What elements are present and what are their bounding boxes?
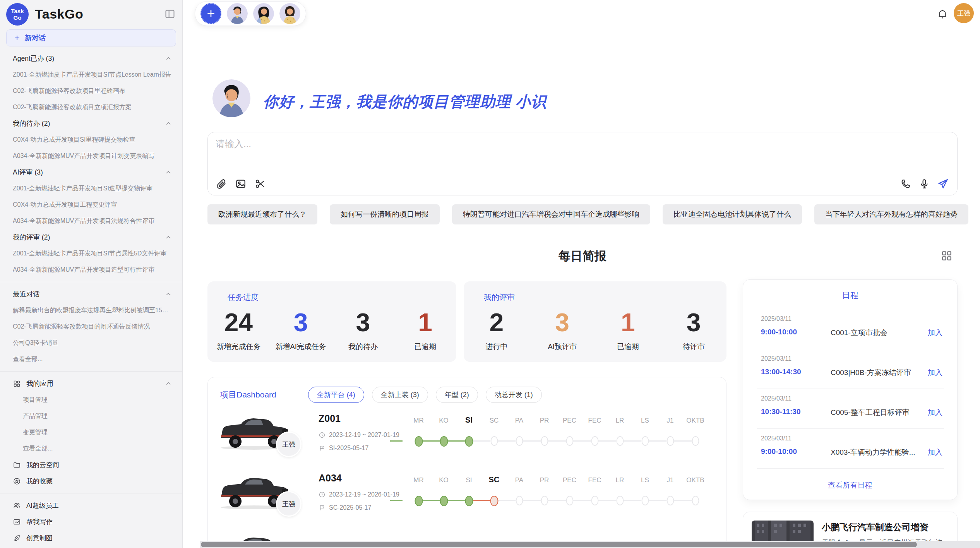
sidebar-item[interactable]: 查看全部... [0, 440, 182, 457]
section-header[interactable]: Agent已办 (3) [0, 50, 182, 67]
sidebar-item[interactable]: A034-全新新能源MUV产品开发项目法规符合性评审 [0, 213, 182, 229]
sidebar-item-label: 公司Q3轻卡销量 [13, 335, 172, 351]
schedule-events: 2025/03/119:00-10:00C001-立项审批会加入2025/03/… [757, 309, 944, 469]
divider [0, 371, 182, 372]
sidebar-item[interactable]: C0X4-动力总成开发项目工程变更评审 [0, 197, 182, 213]
new-chat-label: 新对话 [25, 33, 46, 43]
member-avatar[interactable] [227, 3, 248, 24]
project-row[interactable]: 王强A0342023-12-19 ~ 2026-01-19SC-2025-05-… [208, 468, 726, 527]
filter-chip[interactable]: 全新上装 (3) [372, 387, 428, 403]
notification-bell-icon[interactable] [937, 8, 948, 20]
sidebar-item-label: A034-全新新能源MUV产品开发项目造型可行性评审 [13, 262, 172, 278]
sidebar-item[interactable]: Z001-全新燃油皮卡产品开发项目SI节点Lesson Learn报告 [0, 67, 182, 83]
message-input[interactable] [216, 138, 947, 173]
briefing-grid-icon[interactable] [941, 250, 953, 262]
milestone-label: LR [607, 476, 632, 484]
milestone-segment [498, 440, 516, 442]
sidebar-item-folder[interactable]: 我的云空间 [0, 457, 182, 473]
sidebar-item[interactable]: Z001-全新燃油轻卡产品开发项目SI造型提交物评审 [0, 180, 182, 197]
project-row[interactable]: 王强Z0012023-12-19 ~ 2027-01-19SI-2025-05-… [208, 408, 726, 468]
composer [207, 132, 958, 195]
sidebar-item-label: 解释最新出台的欧盟报废车法规再生塑料比例被调至15%... [13, 302, 172, 319]
schedule-event: 2025/03/1110:30-11:30C005-整车工程目标评审加入 [757, 389, 944, 429]
sidebar-tool-photo[interactable]: 帮我写作 [0, 514, 182, 530]
user-avatar[interactable]: 王强 [954, 3, 974, 23]
milestone-sc: SC [481, 475, 507, 521]
milestone-segment [548, 440, 566, 442]
sidebar-item[interactable]: 变更管理 [0, 424, 182, 440]
suggestion-chip[interactable]: 如何写一份清晰的项目周报 [330, 204, 440, 224]
stat-label: 进行中 [485, 342, 507, 352]
milestone-segment [523, 500, 541, 501]
session-pill [195, 1, 306, 26]
owner-name: 王强 [282, 500, 295, 509]
milestone-si: SI [456, 415, 481, 462]
section-header[interactable]: AI评审 (3) [0, 164, 182, 180]
milestone-label: LS [632, 476, 658, 484]
sidebar-item[interactable]: A034-全新新能源MUV产品开发项目计划变更表编写 [0, 148, 182, 164]
sidebar-item[interactable]: C0X4-动力总成开发项目SI里程碑提交物检查 [0, 132, 182, 148]
sidebar-header: Task Go TaskGo [0, 0, 182, 26]
suggestion-chip[interactable]: 比亚迪全固态电池计划具体说了什么 [663, 204, 802, 224]
sidebar-item[interactable]: C02-飞腾新能源轻客改款项目立项汇报方案 [0, 99, 182, 115]
suggestion-chip[interactable]: 当下年轻人对汽车外观有怎样的喜好趋势 [814, 204, 968, 224]
project-dashboard-card: 项目Dashboard 全新平台 (4)全新上装 (3)年型 (2)动总开发 (… [207, 377, 726, 548]
stat-value: 1 [418, 308, 432, 336]
sidebar-tool-users[interactable]: AI超级员工 [0, 497, 182, 514]
section-header[interactable]: 我的评审 (2) [0, 229, 182, 245]
sidebar-item[interactable]: A034-全新新能源MUV产品开发项目造型可行性评审 [0, 262, 182, 278]
event-time: 13:00-14:30 [761, 368, 801, 376]
sidebar-item-star[interactable]: 我的收藏 [0, 473, 182, 489]
plus-icon [14, 34, 21, 41]
join-link[interactable]: 加入 [928, 408, 942, 418]
milestone-label: SC [481, 417, 507, 425]
sidebar-item[interactable]: 产品管理 [0, 408, 182, 424]
section-header[interactable]: 最近对话 [0, 286, 182, 302]
new-session-plus-button[interactable] [200, 3, 221, 24]
milestone-label: SI [456, 416, 481, 425]
member-avatar[interactable] [279, 3, 300, 24]
sidebar-item[interactable]: C02-飞腾新能源轻客改款项目的闭环通告反馈情况 [0, 319, 182, 335]
sidebar-item[interactable]: Z001-全新燃油轻卡产品开发项目SI节点属性5D文件评审 [0, 245, 182, 262]
mic-icon[interactable] [918, 178, 930, 190]
filter-chip[interactable]: 全新平台 (4) [308, 387, 364, 403]
sidebar-item[interactable]: 查看全部... [0, 351, 182, 367]
sidebar-tool-feather[interactable]: 创意制图 [0, 530, 182, 546]
event-time: 9:00-10:00 [761, 328, 797, 336]
image-icon[interactable] [235, 178, 247, 190]
view-all-schedule-link[interactable]: 查看所有日程 [743, 480, 957, 490]
milestone-lead-line [390, 440, 403, 442]
stat-item: 3我的待办 [332, 308, 394, 352]
phone-icon[interactable] [900, 178, 911, 190]
filter-chip[interactable]: 年型 (2) [436, 387, 478, 403]
collapse-sidebar-icon[interactable] [164, 9, 175, 19]
stat-label: 已逾期 [617, 342, 639, 352]
join-link[interactable]: 加入 [928, 368, 942, 378]
join-link[interactable]: 加入 [928, 447, 942, 457]
sidebar-item[interactable]: 公司Q3轻卡销量 [0, 335, 182, 351]
horizontal-scrollbar-thumb[interactable] [201, 542, 917, 547]
section-title: 最近对话 [13, 289, 40, 299]
sidebar-list: Agent已办 (3)Z001-全新燃油皮卡产品开发项目SI节点Lesson L… [0, 50, 182, 546]
sidebar-item[interactable]: 解释最新出台的欧盟报废车法规再生塑料比例被调至15%... [0, 302, 182, 319]
milestone-label: LS [632, 417, 658, 425]
attach-icon[interactable] [216, 178, 227, 190]
section-header[interactable]: 我的待办 (2) [0, 115, 182, 132]
milestone-dot [465, 496, 473, 506]
sidebar-item-label: 查看全部... [13, 351, 172, 367]
milestone-j1: J1 [658, 415, 683, 462]
milestone-dot [641, 436, 649, 446]
new-chat-button[interactable]: 新对话 [6, 29, 176, 46]
join-link[interactable]: 加入 [928, 328, 942, 338]
suggestion-chip[interactable]: 特朗普可能对进口汽车增税会对中国车企造成哪些影响 [452, 204, 650, 224]
project-flag-label: SI-2025-05-17 [329, 445, 368, 452]
sidebar-item[interactable]: 项目管理 [0, 392, 182, 408]
scissors-icon[interactable] [254, 178, 266, 190]
section-title: AI评审 (3) [13, 168, 43, 177]
sidebar-item[interactable]: C02-飞腾新能源轻客改款项目里程碑画布 [0, 83, 182, 99]
section-header[interactable]: 我的应用 [0, 375, 182, 392]
suggestion-chip[interactable]: 欧洲新规最近颁布了什么？ [207, 204, 317, 224]
member-avatar[interactable] [253, 3, 274, 24]
send-icon[interactable] [937, 178, 949, 190]
filter-chip[interactable]: 动总开发 (1) [486, 387, 542, 403]
